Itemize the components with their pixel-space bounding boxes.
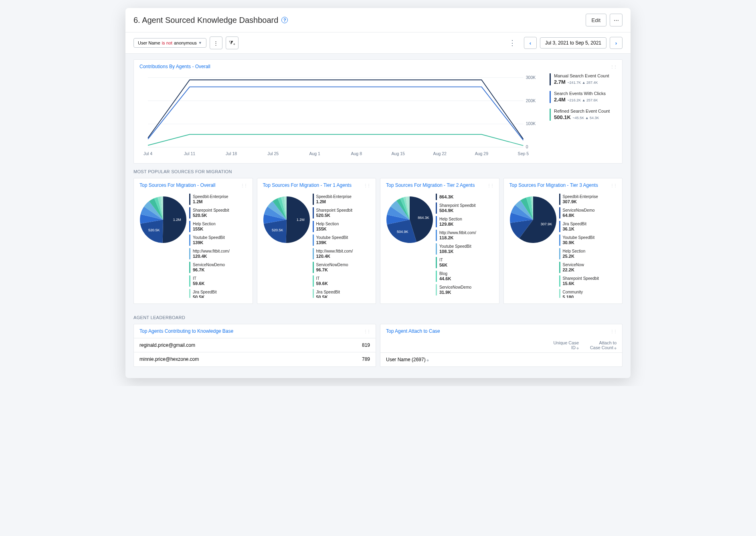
filter-pill-username[interactable]: User Name is not anonymous ▼ [133,38,206,48]
svg-text:864.3K: 864.3K [418,216,429,220]
slice-name: ServiceNowDemo [439,285,494,290]
legend-delta: ~216.2K ▲ 257.6K [567,98,598,102]
slice-name: Jira SpeedBit [193,290,248,295]
slice-value: 50.5K [316,295,371,298]
card-title: Top Agent Attach to Case [386,328,440,334]
card-title: Top Agents Contributing to Knowledge Bas… [139,328,233,334]
slice-name: IT [316,276,371,281]
pie-card-3: Top Sources For Migration - Tier 3 Agent… [503,178,623,304]
toolbar-more-icon[interactable]: ⋮ [504,38,521,47]
legend-value: 500.1K [554,114,571,120]
col-unique-case[interactable]: Unique Case ID◆ [551,340,579,350]
pie-legend: Speedbit-Enterprise 1.2M Sharepoint Spee… [189,194,249,298]
pie-legend-item[interactable]: IT 56K [436,257,494,268]
legend-item[interactable]: Search Events With Clicks 2.4M ~216.2K ▲… [550,91,617,103]
drag-handle-icon[interactable]: ⋮⋮ [241,183,247,188]
pie-legend-item[interactable]: 864.3K [436,194,494,200]
slice-value: 56K [439,263,494,267]
col-attach-count[interactable]: Attach to Case Count◆ [588,340,617,350]
add-filter-button[interactable]: ⧩₊ [226,36,239,49]
pie-chart: 1.2M520.5K [261,194,313,246]
svg-text:Jul 18: Jul 18 [226,151,237,156]
pie-legend-item[interactable]: ServiceNowDemo 96.7K [189,262,248,273]
card-title: Top Sources For Migration - Tier 2 Agent… [386,182,475,188]
slice-name: ServiceNowDemo [563,208,618,213]
svg-text:307.9K: 307.9K [540,222,552,226]
chevron-left-icon: ‹ [530,40,531,46]
table-row[interactable]: reginald.price@gmail.com 819 [134,338,376,352]
pie-legend-item[interactable]: Youtube SpeedBit 108.1K [436,243,494,255]
slice-value: 118.2K [439,235,494,240]
date-range-picker[interactable]: Jul 3, 2021 to Sep 5, 2021 [540,37,606,49]
pie-legend-item[interactable]: Sharepoint Speedbit 520.5K [189,207,248,218]
pie-legend-item[interactable]: ServiceNowDemo 64.8K [559,207,618,218]
slice-value: 108.1K [439,249,494,254]
pie-legend-item[interactable]: Sharepoint Speedbit 520.5K [313,207,371,218]
col-user-name[interactable]: User Name (2697)◆ [386,357,429,362]
pie-legend-item[interactable]: http://www.fitbit.com/ 120.4K [189,248,248,259]
drag-handle-icon[interactable]: ⋮⋮ [364,329,370,334]
slice-name: Sharepoint Speedbit [193,208,248,213]
pie-legend-item[interactable]: Help Section 155K [189,221,248,232]
slice-value: 1.2M [316,199,371,204]
slice-value: 504.9K [439,208,494,213]
table-row[interactable]: minnie.price@hexzone.com 789 [134,352,376,366]
more-menu-button[interactable]: ⋯ [610,14,623,26]
pie-legend-item[interactable]: Help Section 129.8K [436,216,494,227]
pie-legend: 864.3K Sharepoint Speedbit 504.9K Help S… [436,194,496,298]
pie-legend-item[interactable]: Blog 44.6K [436,271,494,282]
pie-legend-item[interactable]: Sharepoint Speedbit 15.6K [559,275,618,287]
filter-op: is not [162,40,172,45]
pie-legend-item[interactable]: Youtube SpeedBit 30.9K [559,235,618,246]
slice-value: 59.6K [316,281,371,286]
slice-value: 96.7K [193,267,248,272]
pie-legend-item[interactable]: IT 59.6K [189,275,248,287]
pie-legend-item[interactable]: ServiceNowDemo 96.7K [313,262,371,273]
svg-text:520.5K: 520.5K [272,229,283,233]
pie-legend-item[interactable]: Jira SpeedBit 50.5K [313,289,371,298]
drag-handle-icon[interactable]: ⋮⋮ [610,329,617,334]
pie-legend-item[interactable]: Speedbit-Enterprise 307.9K [559,194,618,205]
pie-legend-item[interactable]: ServiceNowDemo 31.9K [436,284,494,295]
section-migration-title: MOST POPULAR SOURCES FOR MIGRATION [133,169,623,174]
pie-legend-item[interactable]: Jira SpeedBit 36.1K [559,221,618,232]
pie-legend-item[interactable]: Help Section 155K [313,221,371,232]
pie-legend-item[interactable]: Help Section 25.2K [559,248,618,259]
legend-item[interactable]: Manual Search Event Count 2.7M ~241.7K ▲… [550,73,617,85]
pie-legend-item[interactable]: Jira SpeedBit 50.5K [189,289,248,298]
slice-name: http://www.fitbit.com/ [316,249,371,254]
pie-legend-item[interactable]: http://www.fitbit.com/ 120.4K [313,248,371,259]
date-next-button[interactable]: › [610,37,623,49]
drag-handle-icon[interactable]: ⋮⋮ [610,65,617,69]
kb-leaderboard-card: Top Agents Contributing to Knowledge Bas… [133,324,376,367]
pie-legend-item[interactable]: Community 5,180 [559,289,618,298]
slice-value: 120.4K [193,254,248,259]
legend-item[interactable]: Refined Search Event Count 500.1K ~45.5K… [550,109,617,121]
slice-name: Youtube SpeedBit [193,235,248,240]
legend-value: 2.7M [554,79,566,85]
pie-legend-item[interactable]: Speedbit-Enterprise 1.2M [189,194,248,205]
date-prev-button[interactable]: ‹ [524,37,537,49]
pie-legend-item[interactable]: http://www.fitbit.com/ 118.2K [436,230,494,241]
sort-icon: ◆ [427,358,429,362]
pie-legend-item[interactable]: Youtube SpeedBit 139K [313,235,371,246]
legend-delta: ~241.7K ▲ 287.4K [567,81,598,85]
drag-handle-icon[interactable]: ⋮⋮ [364,183,370,188]
slice-name: ServiceNowDemo [193,263,248,267]
help-icon[interactable]: ? [281,17,288,23]
slice-name: Youtube SpeedBit [563,235,618,240]
drag-handle-icon[interactable]: ⋮⋮ [487,183,493,188]
slice-name: ServiceNowDemo [316,263,371,267]
slice-name: Speedbit-Enterprise [193,194,248,199]
pie-legend-item[interactable]: IT 59.6K [313,275,371,287]
slice-value: 139K [193,240,248,245]
pie-legend-item[interactable]: Youtube SpeedBit 139K [189,235,248,246]
filter-menu-button[interactable]: ⋮ [210,36,222,49]
pie-legend-item[interactable]: Sharepoint Speedbit 504.9K [436,202,494,214]
drag-handle-icon[interactable]: ⋮⋮ [610,183,617,188]
filter-value: anonymous [174,40,197,45]
pie-legend-item[interactable]: ServiceNow 22.2K [559,262,618,273]
edit-button[interactable]: Edit [586,14,606,26]
slice-value: 15.6K [563,281,618,286]
pie-legend-item[interactable]: Speedbit-Enterprise 1.2M [313,194,371,205]
